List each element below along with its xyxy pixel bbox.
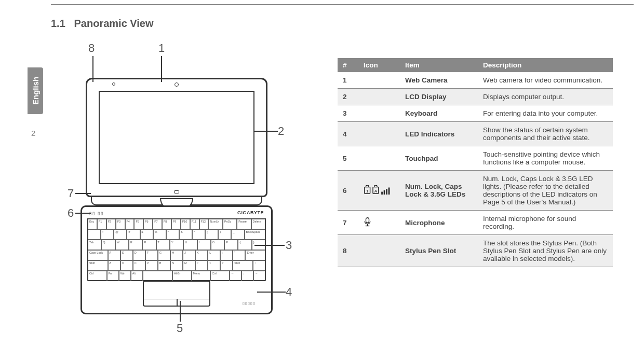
table-row: 3KeyboardFor entering data into your com…: [338, 105, 613, 122]
col-num: #: [338, 58, 358, 72]
key: ↓: [242, 271, 253, 281]
key: I: [197, 240, 211, 250]
col-icon: Icon: [358, 58, 400, 72]
callout-line: [180, 301, 181, 322]
key: Ctrl: [88, 271, 107, 281]
page-number: 2: [31, 129, 35, 137]
key: J: [183, 250, 195, 260]
cell-desc: Displays computer output.: [478, 89, 613, 105]
key: Shift: [233, 260, 253, 271]
cell-icon: [358, 235, 400, 267]
cell-desc: For entering data into your computer.: [478, 105, 613, 122]
bottom-led-icons: ▯▯▯▯▯: [243, 301, 256, 306]
language-tab: English: [28, 67, 43, 114]
cell-item: Touchpad: [400, 146, 478, 171]
mic-hole-icon: [112, 82, 115, 86]
key: E: [129, 240, 142, 250]
key: D: [133, 250, 145, 260]
callout-2: 2: [278, 124, 284, 138]
cell-item: LCD Display: [400, 89, 478, 105]
top-led-icons: ▯▯ ▯▯: [89, 211, 104, 216]
cell-item: Stylus Pen Slot: [400, 235, 478, 267]
lcd-screen: [99, 91, 254, 184]
callout-line: [254, 245, 285, 246]
keyboard-illustration: EscF1F2F3F4F5F6F7F8F9F10F11F12NumLkPrtSc…: [87, 218, 266, 281]
key: U: [183, 240, 197, 250]
table-row: 1Web CameraWeb camera for video communic…: [338, 72, 613, 89]
key: F3: [116, 219, 125, 229]
cell-icon: [358, 72, 400, 89]
col-item: Item: [400, 58, 478, 72]
key: ?: [220, 260, 233, 271]
key: F1: [97, 219, 106, 229]
key: >: [208, 260, 220, 271]
cell-num: 7: [338, 211, 358, 235]
key: F4: [125, 219, 135, 229]
callout-8: 8: [88, 41, 95, 55]
cell-icon: [358, 211, 400, 235]
key: Z: [108, 260, 120, 271]
table-row: 2LCD DisplayDisplays computer output.: [338, 89, 613, 105]
webcam-icon: [175, 82, 179, 87]
cell-icon: 1A: [358, 171, 400, 211]
key: ^: [166, 229, 179, 240]
cell-icon: [358, 146, 400, 171]
col-desc: Description: [478, 58, 613, 72]
key: {: [238, 240, 251, 250]
table-row: 7MicrophoneInternal microphone for sound…: [338, 211, 613, 235]
key: Caps Lock: [88, 250, 108, 260]
table-row: 61ANum. Lock, Caps Lock & 3.5G LEDsNum. …: [338, 171, 613, 211]
key: V: [145, 260, 158, 271]
key: Delete: [251, 219, 265, 229]
lid-button: [174, 190, 179, 193]
key: P: [224, 240, 238, 250]
callout-7: 7: [68, 187, 74, 200]
cell-item: Microphone: [400, 211, 478, 235]
key: &: [179, 229, 192, 240]
key: Win: [119, 271, 131, 281]
cell-num: 8: [338, 235, 358, 267]
key: %: [153, 229, 166, 240]
cell-num: 1: [338, 72, 358, 89]
cell-item: Num. Lock, Caps Lock & 3.5G LEDs: [400, 171, 478, 211]
section-title: 1.1 Panoramic View: [51, 18, 154, 30]
key: <: [195, 260, 208, 271]
callout-line: [92, 56, 93, 82]
table-row: 5TouchpadTouch-sensitive pointing device…: [338, 146, 613, 171]
key: PrtSc: [223, 219, 237, 229]
cell-item: Web Camera: [400, 72, 478, 89]
key: (: [205, 229, 218, 240]
key: ): [218, 229, 231, 240]
svg-rect-6: [386, 189, 387, 195]
key: X: [120, 260, 133, 271]
svg-rect-5: [384, 190, 385, 194]
key: B: [158, 260, 170, 271]
key: $: [140, 229, 153, 240]
touchpad-illustration: [143, 281, 210, 307]
callout-line: [75, 213, 91, 214]
key: Shift: [88, 260, 108, 271]
callout-5: 5: [177, 322, 183, 335]
key: ←: [230, 271, 242, 281]
key: !: [101, 229, 114, 240]
section-number: 1.1: [51, 18, 65, 29]
key: Esc: [88, 219, 97, 229]
callout-line: [161, 56, 162, 82]
table-row: 8Stylus Pen SlotThe slot stores the Styl…: [338, 235, 613, 267]
key: F12: [199, 219, 209, 229]
key: F5: [134, 219, 143, 229]
callout-line: [254, 131, 278, 132]
key: _: [231, 229, 244, 240]
key: :: [220, 250, 233, 260]
cell-desc: Internal microphone for sound recording.: [478, 211, 613, 235]
key: NumLk: [208, 219, 222, 229]
callout-3: 3: [286, 239, 292, 252]
cell-desc: The slot stores the Stylus Pen. (Both St…: [478, 235, 613, 267]
key: Tab: [88, 240, 101, 250]
key: N: [170, 260, 183, 271]
key: G: [158, 250, 170, 260]
cell-desc: Num. Lock, Caps Lock & 3.5G LED lights. …: [478, 171, 613, 211]
key: →: [253, 271, 265, 281]
key: C: [133, 260, 145, 271]
key: [143, 271, 172, 281]
